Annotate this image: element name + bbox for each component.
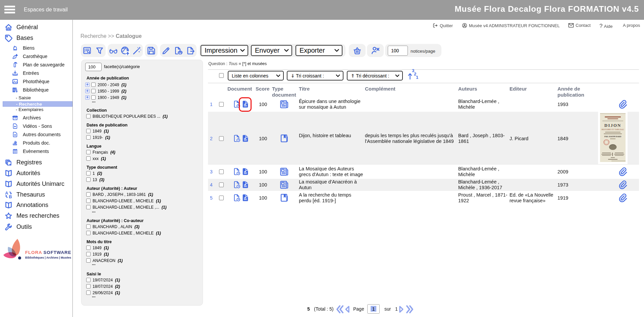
svg-text:HISTOIRE ET TABLEAU: HISTOIRE ET TABLEAU	[602, 128, 624, 130]
svg-text:PAR JOSEPH BARD: PAR JOSEPH BARD	[604, 136, 622, 138]
svg-text:DIJON: DIJON	[604, 123, 621, 128]
